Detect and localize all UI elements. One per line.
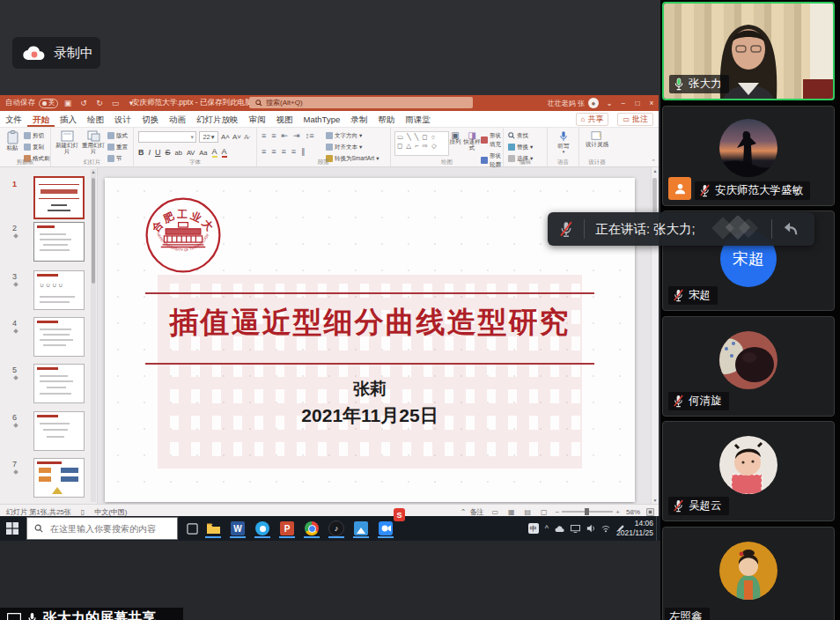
quick-styles-button[interactable]: ◨ 快速样式: [463, 132, 481, 151]
zoom-in-icon[interactable]: +: [615, 508, 620, 516]
participant-tile[interactable]: 安庆师范大学盛敏: [662, 106, 835, 206]
slide-thumbnail-6[interactable]: [33, 411, 85, 451]
spellcheck-icon[interactable]: ▯: [79, 508, 86, 516]
reply-arrow-icon[interactable]: [782, 221, 799, 237]
tab-yuketang[interactable]: 雨课堂: [400, 112, 436, 127]
tab-review[interactable]: 审阅: [244, 112, 271, 127]
slide-thumbnail-4[interactable]: [33, 317, 85, 357]
photos-button[interactable]: [350, 519, 372, 538]
replace-button[interactable]: 替换 ▾: [508, 143, 533, 151]
thumbnail-scrollbar[interactable]: ▲: [91, 169, 96, 502]
tab-animations[interactable]: 动画: [164, 112, 191, 127]
clear-format-icon[interactable]: A̷: [244, 133, 248, 141]
share-button[interactable]: ⌂共享: [576, 113, 609, 126]
tab-file[interactable]: 文件: [0, 112, 27, 127]
char-spacing-button[interactable]: AV: [187, 149, 195, 157]
slide-thumbnail-3[interactable]: ∪∪∪∪: [33, 270, 85, 310]
slide-thumbnail-1[interactable]: [33, 176, 85, 219]
autosave-toggle[interactable]: 关: [39, 99, 58, 108]
underline-button[interactable]: U: [155, 148, 161, 157]
comments-button[interactable]: ▭批注: [617, 113, 653, 126]
tray-display-icon[interactable]: [571, 525, 580, 533]
participant-tile[interactable]: 张大力: [662, 2, 835, 100]
ribbon-options-icon[interactable]: ⌄: [602, 95, 616, 111]
align-left-icon[interactable]: ≡: [262, 147, 266, 156]
tab-slideshow[interactable]: 幻灯片放映: [191, 112, 244, 127]
tab-mathtype[interactable]: MathType: [298, 112, 346, 127]
justify-icon[interactable]: ≡: [291, 147, 296, 156]
reset-button[interactable]: 重置: [107, 143, 128, 151]
slide-thumbnail-5[interactable]: [33, 364, 85, 403]
fit-to-window-icon[interactable]: [646, 508, 654, 516]
layout-button[interactable]: 版式: [107, 131, 128, 140]
participant-tile[interactable]: 吴超云: [662, 421, 835, 521]
paste-button[interactable]: 粘贴: [3, 130, 22, 151]
ppt-search-box[interactable]: 搜索(Alt+Q): [249, 97, 473, 108]
tab-design[interactable]: 设计: [109, 112, 136, 127]
scrollbar-thumb[interactable]: [92, 178, 95, 284]
text-direction-button[interactable]: 文字方向 ▾: [326, 131, 379, 140]
taskbar-search-box[interactable]: [26, 517, 178, 540]
start-button[interactable]: [2, 519, 23, 538]
new-slide-button[interactable]: 新建幻灯片: [55, 130, 79, 154]
powerpoint-button[interactable]: P: [276, 519, 298, 538]
align-center-icon[interactable]: ≡: [271, 147, 276, 156]
bold-button[interactable]: B: [138, 148, 144, 157]
align-right-icon[interactable]: ≡: [282, 147, 286, 156]
slideshow-quick-icon[interactable]: ▭: [109, 99, 122, 107]
align-text-button[interactable]: 对齐文本 ▾: [326, 143, 379, 151]
save-icon[interactable]: ▣: [62, 99, 74, 107]
font-color-button[interactable]: A: [222, 147, 227, 158]
slideshow-icon[interactable]: ▢: [539, 508, 549, 516]
slide-sorter-icon[interactable]: ▦: [506, 508, 517, 516]
tab-draw[interactable]: 绘图: [82, 112, 109, 127]
restore-button[interactable]: □: [630, 95, 645, 111]
tab-help[interactable]: 帮助: [372, 112, 400, 127]
tab-home[interactable]: 开始: [27, 112, 55, 127]
word-button[interactable]: W: [227, 519, 248, 538]
font-name-select[interactable]: ▾: [138, 131, 196, 143]
tab-insert[interactable]: 插入: [55, 112, 82, 127]
tray-cloud-icon[interactable]: [555, 525, 564, 533]
blue-app-button[interactable]: [252, 519, 273, 538]
zoom-percentage[interactable]: 58%: [626, 508, 640, 516]
tray-volume-icon[interactable]: [586, 524, 595, 533]
normal-view-icon[interactable]: ▭: [490, 508, 500, 516]
zoom-slider-handle[interactable]: [585, 508, 589, 515]
scroll-up-icon[interactable]: ▲: [91, 169, 96, 176]
shape-fill-button[interactable]: 形状填充: [481, 131, 503, 149]
bullets-icon[interactable]: ≡: [262, 131, 266, 140]
zoom-slider[interactable]: − +: [556, 508, 620, 516]
indent-decrease-icon[interactable]: ⇤: [282, 131, 289, 140]
tab-transitions[interactable]: 切换: [136, 112, 164, 127]
floating-red-icon[interactable]: S: [394, 508, 405, 521]
minimize-button[interactable]: −: [616, 95, 630, 111]
copy-button[interactable]: 复制: [24, 143, 50, 151]
dark-app-button[interactable]: ♪: [326, 519, 347, 538]
font-size-select[interactable]: 22▾: [199, 131, 218, 143]
tray-expand-icon[interactable]: ^: [545, 524, 549, 533]
redo-icon[interactable]: ↻: [93, 99, 106, 107]
line-spacing-icon[interactable]: ↕≡: [306, 131, 314, 140]
zoom-out-icon[interactable]: −: [556, 508, 560, 516]
account-area[interactable]: 壮壮老妈 张 ●: [548, 98, 599, 108]
columns-icon[interactable]: ∥: [301, 147, 306, 156]
task-view-button[interactable]: [181, 519, 203, 538]
meeting-app-button[interactable]: [375, 519, 396, 538]
notes-button[interactable]: ⌃备注: [459, 507, 484, 517]
shapes-gallery[interactable]: ▭ ╲ ╲ ◻ ○◻ △ ⌐ ⇨ ◇: [394, 131, 449, 156]
chrome-button[interactable]: [301, 519, 322, 538]
tab-record[interactable]: 录制: [345, 112, 372, 127]
taskbar-clock[interactable]: 14:06 2021/11/25: [616, 519, 653, 538]
slide-thumbnail-2[interactable]: [33, 222, 85, 262]
participant-tile[interactable]: 左照鑫: [662, 527, 835, 620]
dictate-button[interactable]: 听写▾: [553, 130, 574, 155]
strikethrough-button[interactable]: S: [166, 148, 171, 157]
tray-network-icon[interactable]: [601, 524, 610, 533]
taskbar-search-input[interactable]: [48, 523, 166, 535]
cut-button[interactable]: 剪切: [24, 131, 50, 140]
collapse-ribbon-icon[interactable]: ⌃: [651, 159, 656, 166]
participant-tile[interactable]: 何清旋: [662, 316, 835, 417]
ime-indicator-icon[interactable]: 中: [528, 523, 539, 534]
design-ideas-button[interactable]: 设计灵感: [584, 130, 610, 147]
